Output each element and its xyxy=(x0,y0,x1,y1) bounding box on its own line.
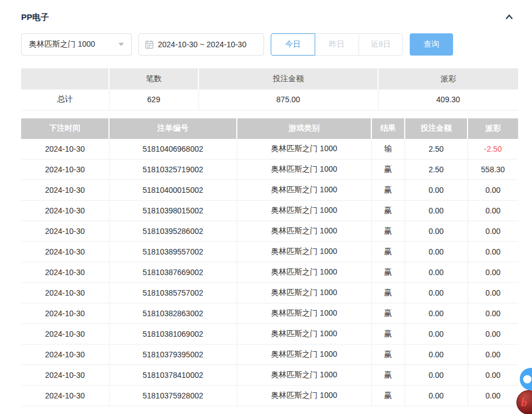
records-panel: PP电子 奥林匹斯之门 1000 xyxy=(0,0,518,406)
bet-time: 2024-10-30 xyxy=(21,139,109,159)
detail-header-row: 下注时间 注单编号 游戏类别 结果 投注金额 派彩 xyxy=(21,118,518,139)
total-count: 629 xyxy=(109,89,198,110)
payout: 0.00 xyxy=(468,262,518,283)
table-row: 2024-10-3051810379395002奥林匹斯之门 1000赢0.00… xyxy=(21,345,518,365)
range-button-last8days[interactable]: 近8日 xyxy=(359,33,403,56)
customer-service-icon xyxy=(523,375,531,383)
game-name: 奥林匹斯之门 1000 xyxy=(237,365,371,386)
bet-time: 2024-10-30 xyxy=(21,283,109,303)
table-row: 2024-10-3051810398015002奥林匹斯之门 1000赢0.00… xyxy=(21,201,518,221)
detail-header-bet-amount: 投注金额 xyxy=(405,118,468,139)
page-title: PP电子 xyxy=(21,12,49,23)
bet-number: 51810406968002 xyxy=(109,139,237,159)
bet-amount: 2.50 xyxy=(405,159,468,180)
summary-header-count: 笔数 xyxy=(109,68,198,89)
result: 赢 xyxy=(371,180,405,201)
table-row: 2024-10-3051810325719002奥林匹斯之门 1000赢2.50… xyxy=(21,159,518,180)
bet-time: 2024-10-30 xyxy=(21,324,109,345)
bet-time: 2024-10-30 xyxy=(21,180,109,201)
table-row: 2024-10-3051810385757002奥林匹斯之门 1000赢0.00… xyxy=(21,283,518,303)
game-select[interactable]: 奥林匹斯之门 1000 xyxy=(21,33,132,56)
summary-table: 笔数 投注金额 派彩 总计 629 875.00 409.30 xyxy=(21,68,518,111)
brand-logo-button[interactable]: b xyxy=(516,390,532,414)
bet-time: 2024-10-30 xyxy=(21,386,109,406)
bet-amount: 0.00 xyxy=(405,283,468,303)
table-row: 2024-10-3051810389557002奥林匹斯之门 1000赢0.00… xyxy=(21,242,518,262)
collapse-button[interactable] xyxy=(503,11,515,23)
bet-time: 2024-10-30 xyxy=(21,221,109,242)
game-name: 奥林匹斯之门 1000 xyxy=(237,242,371,262)
bet-time: 2024-10-30 xyxy=(21,345,109,365)
table-row: 2024-10-3051810406968002奥林匹斯之门 1000输2.50… xyxy=(21,139,518,159)
summary-header-bet-amount: 投注金额 xyxy=(198,68,378,89)
bet-amount: 0.00 xyxy=(405,201,468,221)
bet-number: 51810387669002 xyxy=(109,262,237,283)
brand-logo-letter: b xyxy=(521,395,527,410)
payout: 0.00 xyxy=(468,242,518,262)
result: 赢 xyxy=(371,159,405,180)
detail-table: 下注时间 注单编号 游戏类别 结果 投注金额 派彩 2024-10-305181… xyxy=(21,118,518,407)
result: 赢 xyxy=(371,365,405,386)
game-name: 奥林匹斯之门 1000 xyxy=(237,386,371,406)
bet-number: 51810395286002 xyxy=(109,221,237,242)
bet-time: 2024-10-30 xyxy=(21,365,109,386)
game-name: 奥林匹斯之门 1000 xyxy=(237,262,371,283)
game-name: 奥林匹斯之门 1000 xyxy=(237,201,371,221)
bet-number: 51810389557002 xyxy=(109,242,237,262)
total-payout: 409.30 xyxy=(378,89,518,110)
payout: -2.50 xyxy=(468,139,518,159)
bet-amount: 0.00 xyxy=(405,242,468,262)
bet-time: 2024-10-30 xyxy=(21,262,109,283)
bet-time: 2024-10-30 xyxy=(21,303,109,324)
payout: 0.00 xyxy=(468,324,518,345)
payout: 0.00 xyxy=(468,221,518,242)
bet-amount: 0.00 xyxy=(405,345,468,365)
panel-header: PP电子 xyxy=(21,11,518,23)
bet-amount: 0.00 xyxy=(405,303,468,324)
detail-header-bet-time: 下注时间 xyxy=(21,118,109,139)
chevron-up-icon xyxy=(504,12,515,23)
game-name: 奥林匹斯之门 1000 xyxy=(237,159,371,180)
bet-time: 2024-10-30 xyxy=(21,159,109,180)
payout: 0.00 xyxy=(468,365,518,386)
search-button[interactable]: 查询 xyxy=(410,33,453,56)
table-row: 2024-10-3051810375928002奥林匹斯之门 1000赢0.00… xyxy=(21,386,518,406)
range-button-yesterday[interactable]: 昨日 xyxy=(315,33,359,56)
bet-amount: 0.00 xyxy=(405,221,468,242)
result: 赢 xyxy=(371,221,405,242)
bet-amount: 0.00 xyxy=(405,262,468,283)
customer-service-button[interactable] xyxy=(520,368,532,390)
result: 输 xyxy=(371,139,405,159)
bet-number: 51810385757002 xyxy=(109,283,237,303)
total-label: 总计 xyxy=(21,89,109,110)
calendar-icon xyxy=(145,40,153,49)
bet-number: 51810375928002 xyxy=(109,386,237,406)
detail-table-body: 2024-10-3051810406968002奥林匹斯之门 1000输2.50… xyxy=(21,139,518,406)
result: 赢 xyxy=(371,262,405,283)
bet-number: 51810379395002 xyxy=(109,345,237,365)
result: 赢 xyxy=(371,303,405,324)
bet-number: 51810382863002 xyxy=(109,303,237,324)
detail-header-bet-number: 注单编号 xyxy=(109,118,237,139)
detail-header-result: 结果 xyxy=(371,118,405,139)
date-range-input[interactable]: 2024-10-30 ~ 2024-10-30 xyxy=(138,33,264,56)
table-row: 2024-10-3051810381069002奥林匹斯之门 1000赢0.00… xyxy=(21,324,518,345)
game-name: 奥林匹斯之门 1000 xyxy=(237,303,371,324)
game-select-value: 奥林匹斯之门 1000 xyxy=(29,39,95,49)
summary-header-blank xyxy=(21,68,109,89)
result: 赢 xyxy=(371,201,405,221)
range-button-today[interactable]: 今日 xyxy=(271,33,315,56)
bet-amount: 0.00 xyxy=(405,180,468,201)
total-bet-amount: 875.00 xyxy=(198,89,378,110)
bet-time: 2024-10-30 xyxy=(21,201,109,221)
table-row: 2024-10-3051810378410002奥林匹斯之门 1000赢0.00… xyxy=(21,365,518,386)
result: 赢 xyxy=(371,345,405,365)
result: 赢 xyxy=(371,324,405,345)
bet-time: 2024-10-30 xyxy=(21,242,109,262)
bet-amount: 2.50 xyxy=(405,139,468,159)
game-name: 奥林匹斯之门 1000 xyxy=(237,180,371,201)
bet-amount: 0.00 xyxy=(405,365,468,386)
bet-amount: 0.00 xyxy=(405,386,468,406)
summary-header-payout: 派彩 xyxy=(378,68,518,89)
result: 赢 xyxy=(371,242,405,262)
